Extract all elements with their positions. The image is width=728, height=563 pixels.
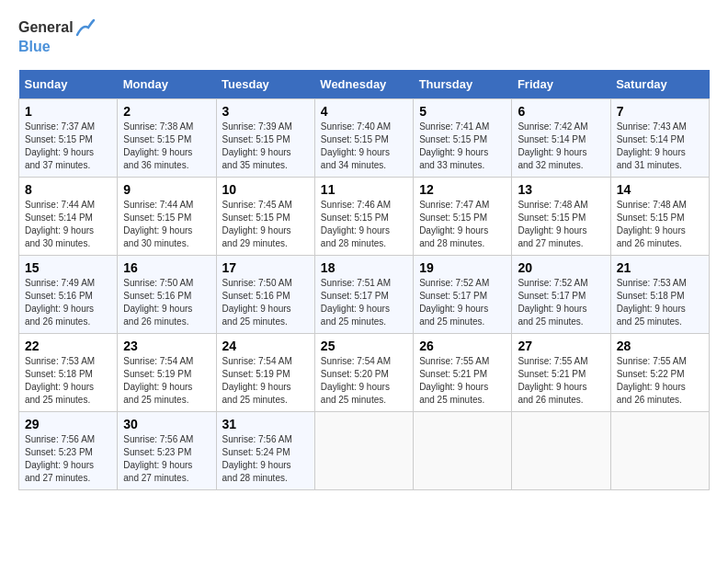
day-info: Sunrise: 7:48 AMSunset: 5:15 PMDaylight:…	[617, 199, 703, 250]
day-info: Sunrise: 7:56 AMSunset: 5:23 PMDaylight:…	[25, 433, 111, 485]
day-info: Sunrise: 7:41 AMSunset: 5:15 PMDaylight:…	[419, 121, 506, 172]
day-number: 6	[518, 104, 604, 119]
day-number: 23	[123, 339, 210, 353]
calendar-cell: 25Sunrise: 7:54 AMSunset: 5:20 PMDayligh…	[314, 333, 413, 411]
weekday-header-thursday: Thursday	[414, 70, 512, 99]
calendar-cell: 11Sunrise: 7:46 AMSunset: 5:15 PMDayligh…	[314, 177, 413, 255]
calendar-cell: 5Sunrise: 7:41 AMSunset: 5:15 PMDaylight…	[414, 98, 512, 177]
day-info: Sunrise: 7:52 AMSunset: 5:17 PMDaylight:…	[518, 277, 604, 328]
day-number: 31	[222, 417, 309, 431]
day-number: 25	[321, 339, 407, 353]
day-number: 8	[25, 182, 111, 197]
day-info: Sunrise: 7:55 AMSunset: 5:21 PMDaylight:…	[419, 355, 506, 407]
day-number: 15	[25, 260, 111, 275]
calendar-cell: 31Sunrise: 7:56 AMSunset: 5:24 PMDayligh…	[216, 411, 314, 489]
calendar-cell: 18Sunrise: 7:51 AMSunset: 5:17 PMDayligh…	[314, 255, 413, 333]
day-number: 17	[222, 260, 309, 275]
calendar-cell: 15Sunrise: 7:49 AMSunset: 5:16 PMDayligh…	[19, 255, 118, 333]
day-number: 24	[222, 339, 309, 353]
day-number: 13	[518, 182, 604, 197]
day-info: Sunrise: 7:47 AMSunset: 5:15 PMDaylight:…	[419, 199, 506, 250]
calendar-cell: 20Sunrise: 7:52 AMSunset: 5:17 PMDayligh…	[512, 255, 610, 333]
day-info: Sunrise: 7:43 AMSunset: 5:14 PMDaylight:…	[617, 121, 703, 172]
logo-text: General Blue	[18, 18, 96, 55]
weekday-header-friday: Friday	[512, 70, 610, 99]
calendar-cell: 27Sunrise: 7:55 AMSunset: 5:21 PMDayligh…	[512, 333, 610, 411]
day-info: Sunrise: 7:50 AMSunset: 5:16 PMDaylight:…	[222, 277, 309, 328]
calendar-cell: 19Sunrise: 7:52 AMSunset: 5:17 PMDayligh…	[414, 255, 512, 333]
day-info: Sunrise: 7:55 AMSunset: 5:22 PMDaylight:…	[617, 355, 703, 407]
day-info: Sunrise: 7:56 AMSunset: 5:23 PMDaylight:…	[123, 433, 210, 485]
calendar-cell	[414, 411, 512, 489]
day-info: Sunrise: 7:56 AMSunset: 5:24 PMDaylight:…	[222, 433, 309, 485]
calendar-cell: 6Sunrise: 7:42 AMSunset: 5:14 PMDaylight…	[512, 98, 610, 177]
day-number: 26	[419, 339, 506, 353]
weekday-header-monday: Monday	[118, 70, 216, 99]
day-info: Sunrise: 7:54 AMSunset: 5:19 PMDaylight:…	[123, 355, 210, 407]
calendar-cell: 24Sunrise: 7:54 AMSunset: 5:19 PMDayligh…	[216, 333, 314, 411]
day-number: 2	[123, 104, 210, 119]
calendar-cell: 8Sunrise: 7:44 AMSunset: 5:14 PMDaylight…	[19, 177, 118, 255]
calendar-cell: 7Sunrise: 7:43 AMSunset: 5:14 PMDaylight…	[610, 98, 709, 177]
calendar-cell: 12Sunrise: 7:47 AMSunset: 5:15 PMDayligh…	[414, 177, 512, 255]
calendar-cell: 30Sunrise: 7:56 AMSunset: 5:23 PMDayligh…	[118, 411, 216, 489]
day-info: Sunrise: 7:52 AMSunset: 5:17 PMDaylight:…	[419, 277, 506, 328]
weekday-header-saturday: Saturday	[610, 70, 709, 99]
calendar-cell: 16Sunrise: 7:50 AMSunset: 5:16 PMDayligh…	[118, 255, 216, 333]
day-number: 29	[25, 417, 111, 431]
day-number: 4	[321, 104, 407, 119]
day-number: 28	[617, 339, 703, 353]
calendar-week-row: 15Sunrise: 7:49 AMSunset: 5:16 PMDayligh…	[19, 255, 710, 333]
weekday-header-row: SundayMondayTuesdayWednesdayThursdayFrid…	[19, 70, 710, 99]
weekday-header-sunday: Sunday	[19, 70, 118, 99]
calendar-cell: 2Sunrise: 7:38 AMSunset: 5:15 PMDaylight…	[118, 98, 216, 177]
day-info: Sunrise: 7:42 AMSunset: 5:14 PMDaylight:…	[518, 121, 604, 172]
day-info: Sunrise: 7:50 AMSunset: 5:16 PMDaylight:…	[123, 277, 210, 328]
day-info: Sunrise: 7:46 AMSunset: 5:15 PMDaylight:…	[321, 199, 407, 250]
day-number: 18	[321, 260, 407, 275]
day-number: 7	[617, 104, 703, 119]
calendar-cell: 22Sunrise: 7:53 AMSunset: 5:18 PMDayligh…	[19, 333, 118, 411]
day-number: 14	[617, 182, 703, 197]
calendar-week-row: 1Sunrise: 7:37 AMSunset: 5:15 PMDaylight…	[19, 98, 710, 177]
calendar-cell: 29Sunrise: 7:56 AMSunset: 5:23 PMDayligh…	[19, 411, 118, 489]
calendar-week-row: 8Sunrise: 7:44 AMSunset: 5:14 PMDaylight…	[19, 177, 710, 255]
day-number: 16	[123, 260, 210, 275]
weekday-header-wednesday: Wednesday	[314, 70, 413, 99]
calendar-cell: 10Sunrise: 7:45 AMSunset: 5:15 PMDayligh…	[216, 177, 314, 255]
day-info: Sunrise: 7:53 AMSunset: 5:18 PMDaylight:…	[25, 355, 111, 407]
calendar-week-row: 22Sunrise: 7:53 AMSunset: 5:18 PMDayligh…	[19, 333, 710, 411]
calendar-cell: 14Sunrise: 7:48 AMSunset: 5:15 PMDayligh…	[610, 177, 709, 255]
day-number: 3	[222, 104, 309, 119]
day-info: Sunrise: 7:44 AMSunset: 5:14 PMDaylight:…	[25, 199, 111, 250]
day-number: 12	[419, 182, 506, 197]
day-info: Sunrise: 7:51 AMSunset: 5:17 PMDaylight:…	[321, 277, 407, 328]
day-number: 10	[222, 182, 309, 197]
calendar-cell: 3Sunrise: 7:39 AMSunset: 5:15 PMDaylight…	[216, 98, 314, 177]
header: General Blue	[18, 18, 710, 55]
day-number: 22	[25, 339, 111, 353]
calendar-table: SundayMondayTuesdayWednesdayThursdayFrid…	[18, 70, 710, 490]
calendar-cell	[512, 411, 610, 489]
day-number: 11	[321, 182, 407, 197]
day-info: Sunrise: 7:54 AMSunset: 5:19 PMDaylight:…	[222, 355, 309, 407]
day-number: 20	[518, 260, 604, 275]
day-info: Sunrise: 7:37 AMSunset: 5:15 PMDaylight:…	[25, 121, 111, 172]
day-info: Sunrise: 7:45 AMSunset: 5:15 PMDaylight:…	[222, 199, 309, 250]
day-info: Sunrise: 7:44 AMSunset: 5:15 PMDaylight:…	[123, 199, 210, 250]
day-number: 19	[419, 260, 506, 275]
calendar-week-row: 29Sunrise: 7:56 AMSunset: 5:23 PMDayligh…	[19, 411, 710, 489]
calendar-cell: 28Sunrise: 7:55 AMSunset: 5:22 PMDayligh…	[610, 333, 709, 411]
day-number: 1	[25, 104, 111, 119]
day-info: Sunrise: 7:55 AMSunset: 5:21 PMDaylight:…	[518, 355, 604, 407]
calendar-cell: 13Sunrise: 7:48 AMSunset: 5:15 PMDayligh…	[512, 177, 610, 255]
calendar-cell: 4Sunrise: 7:40 AMSunset: 5:15 PMDaylight…	[314, 98, 413, 177]
day-number: 9	[123, 182, 210, 197]
calendar-cell: 1Sunrise: 7:37 AMSunset: 5:15 PMDaylight…	[19, 98, 118, 177]
day-info: Sunrise: 7:38 AMSunset: 5:15 PMDaylight:…	[123, 121, 210, 172]
calendar-cell: 23Sunrise: 7:54 AMSunset: 5:19 PMDayligh…	[118, 333, 216, 411]
calendar-cell: 17Sunrise: 7:50 AMSunset: 5:16 PMDayligh…	[216, 255, 314, 333]
day-info: Sunrise: 7:49 AMSunset: 5:16 PMDaylight:…	[25, 277, 111, 328]
calendar-cell	[314, 411, 413, 489]
day-number: 5	[419, 104, 506, 119]
